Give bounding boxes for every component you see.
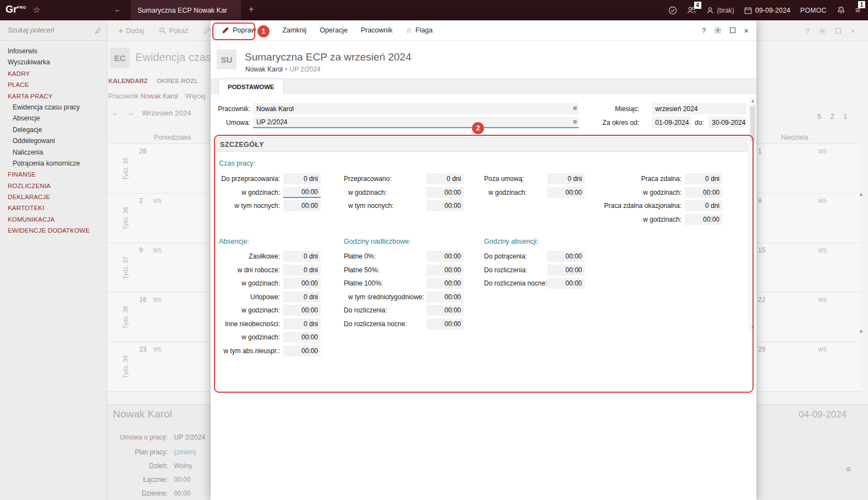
- dodaj-button[interactable]: + Dodaj: [118, 26, 144, 35]
- sidebar-item[interactable]: Oddelegowani: [0, 135, 107, 146]
- subtitle-employee: Nowak Karol: [245, 65, 283, 73]
- sidebar-menu: Infoserwis Wyszukiwarka KADRY PŁACE KART…: [0, 41, 107, 237]
- umowa-row: Umowa o pracę: UP 2/2024: [107, 433, 205, 441]
- pracownik-field[interactable]: Nowak Karol ≡: [253, 103, 579, 114]
- bg-gear-icon[interactable]: [818, 27, 826, 35]
- sidebar-item[interactable]: Wyszukiwarka: [0, 57, 107, 68]
- okres-od-label: Za okres od:: [589, 119, 639, 127]
- sidebar-item[interactable]: KOMUNIKACJA: [0, 214, 107, 225]
- next-month-icon[interactable]: →: [127, 109, 135, 117]
- annotation-box-szczegoly: [214, 135, 754, 393]
- zmien-link[interactable]: (zmień): [174, 448, 196, 456]
- miesiac-field[interactable]: wrzesień 2024: [652, 103, 746, 114]
- umowa-value: UP 2/2024: [174, 433, 205, 441]
- sunday-date: 1: [758, 147, 762, 155]
- flaga-button[interactable]: ☆ Flaga: [399, 20, 440, 41]
- sidebar-item-label: KADRY: [8, 70, 30, 77]
- umowa-field[interactable]: UP 2/2024 ≡: [253, 117, 579, 128]
- dialog-help-icon[interactable]: ?: [702, 26, 706, 35]
- umowa-picker-icon[interactable]: ≡: [573, 118, 577, 126]
- new-tab-icon[interactable]: +: [249, 4, 254, 14]
- counter: 1: [843, 113, 847, 120]
- users-icon[interactable]: 4: [687, 6, 696, 14]
- pin-icon[interactable]: [94, 27, 101, 34]
- monday-day-mark: W5: [153, 197, 162, 204]
- app-logo[interactable]: GrPRO: [6, 4, 26, 15]
- dzien-label: Dzień:: [107, 462, 168, 470]
- tab-okres-rozliczeniowy[interactable]: OKRES ROZL: [157, 78, 198, 84]
- bg-close-icon[interactable]: ×: [850, 27, 855, 35]
- sunday-day-mark: W5: [818, 197, 827, 204]
- sidebar-item[interactable]: KARTOTEKI: [0, 202, 107, 213]
- sidebar-item[interactable]: Infoserwis: [0, 46, 107, 57]
- module-header: EC Ewidencja czas: [110, 48, 212, 68]
- sidebar-item-label: Ewidencja czasu pracy: [13, 103, 80, 111]
- dialog-maximize-icon[interactable]: [730, 28, 735, 33]
- prev-month-icon[interactable]: ←: [112, 109, 119, 117]
- current-user[interactable]: (brak): [706, 7, 734, 14]
- week-label: Tydz. 36: [119, 194, 131, 243]
- week-label: Tydz. 38: [119, 293, 131, 342]
- bg-help-icon[interactable]: ?: [805, 27, 809, 35]
- dzien-row: Dzień: Wolny: [107, 462, 192, 470]
- dialog-tab-bar: PODSTAWOWE: [211, 78, 756, 94]
- pracownik-picker-icon[interactable]: ≡: [573, 104, 577, 112]
- date-widget[interactable]: 09-09-2024: [744, 7, 790, 14]
- favorites-star-icon[interactable]: ☆: [33, 5, 40, 15]
- calendar-counters: 5 2 1: [817, 113, 847, 120]
- pracownik-button[interactable]: Pracownik: [354, 20, 399, 41]
- sidebar-item[interactable]: Naliczenia: [0, 147, 107, 158]
- sidebar-item[interactable]: FINANSE: [0, 169, 107, 180]
- topbar-date: 09-09-2024: [755, 7, 790, 14]
- sidebar-item[interactable]: EWIDENCJE DODATKOWE: [0, 225, 107, 236]
- sidebar-item[interactable]: PŁACE: [0, 79, 107, 90]
- month-navigation: ← → Wrzesień 2024: [112, 109, 191, 117]
- dialog-toolbar: Popraw Zamknij Operacje Pracownik ☆ Flag…: [211, 20, 756, 41]
- dialog-gear-icon[interactable]: [714, 26, 722, 34]
- user-label: (brak): [717, 7, 734, 14]
- open-tab[interactable]: Sumaryczna ECP Nowak Kar: [131, 0, 241, 20]
- zamknij-button[interactable]: Zamknij: [276, 20, 313, 41]
- users-count-badge: 4: [694, 2, 701, 9]
- week-label: Tydz. 37: [119, 243, 131, 292]
- notifications-muted-icon[interactable]: [837, 6, 845, 14]
- week-label: Tydz. 35: [119, 144, 131, 193]
- main-menu-icon[interactable]: ≡ 1: [855, 6, 860, 15]
- pokaz-button[interactable]: Pokaż: [159, 27, 188, 35]
- sidebar-item[interactable]: Potrącenia komornicze: [0, 158, 107, 169]
- tab-podstawowe[interactable]: PODSTAWOWE: [218, 79, 284, 94]
- sidebar-item[interactable]: ROZLICZENIA: [0, 180, 107, 191]
- sidebar-item[interactable]: Ewidencja czasu pracy: [0, 102, 107, 113]
- help-link[interactable]: POMOC: [800, 7, 827, 14]
- sidebar-item[interactable]: Absencje: [0, 113, 107, 124]
- search-input[interactable]: [8, 26, 94, 34]
- sidebar-item[interactable]: DEKLARACJE: [0, 191, 107, 202]
- sunday-date: 15: [758, 246, 765, 254]
- back-arrow-icon[interactable]: ←: [114, 4, 122, 14]
- sidebar-item-label: KARTA PRACY: [8, 93, 53, 100]
- operacje-button[interactable]: Operacje: [313, 20, 354, 41]
- sidebar-item[interactable]: KADRY: [0, 68, 107, 79]
- okres-od-field[interactable]: 01-09-2024: [652, 117, 691, 128]
- panel-menu-icon[interactable]: ≡: [846, 464, 851, 474]
- dialog-type-badge: SU: [217, 50, 237, 69]
- sidebar-item[interactable]: Delegacje: [0, 124, 107, 135]
- dialog-close-icon[interactable]: ×: [744, 26, 749, 35]
- tab-kalendarz[interactable]: KALENDARZ: [108, 78, 148, 84]
- annotation-box-popraw: [212, 23, 255, 40]
- scroll-up-icon[interactable]: ▲: [749, 98, 756, 103]
- pracownik-filter-value[interactable]: Nowak Karol: [141, 92, 178, 100]
- module-badge: EC: [110, 48, 130, 68]
- counter: 5: [817, 113, 821, 120]
- bg-restore-icon[interactable]: [836, 28, 841, 34]
- command-search-row: [0, 20, 107, 41]
- wiecej-link[interactable]: Więcej: [185, 92, 205, 100]
- monday-date: 26: [139, 147, 146, 155]
- okres-do-field[interactable]: 30-09-2024: [708, 117, 746, 128]
- monday-date: 9: [139, 246, 143, 254]
- calendar-scroll-up-icon[interactable]: ▲: [859, 191, 864, 197]
- sidebar-item[interactable]: KARTA PRACY: [0, 91, 107, 102]
- calendar-scroll-down-icon[interactable]: ▼: [859, 329, 864, 334]
- status-check-icon[interactable]: [668, 6, 677, 15]
- sidebar-item-label: KARTOTEKI: [8, 205, 45, 211]
